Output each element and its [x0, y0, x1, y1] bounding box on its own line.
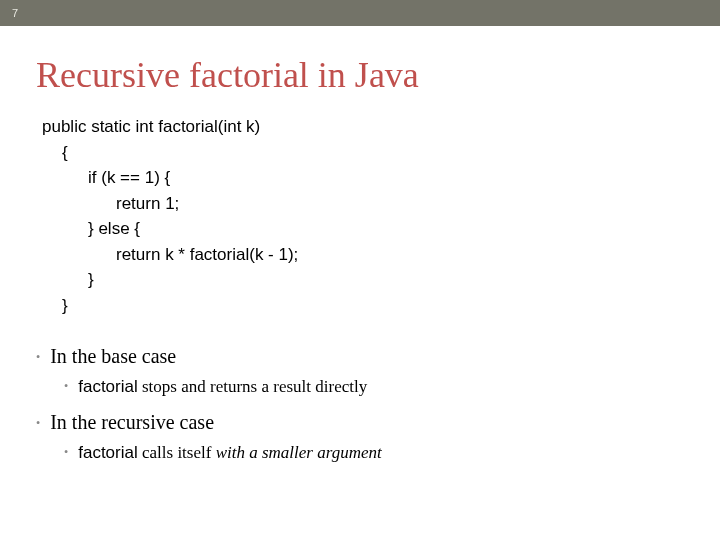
- code-line: return k * factorial(k - 1);: [116, 242, 684, 268]
- bullet-level-2: • factorial stops and returns a result d…: [64, 375, 684, 400]
- code-line: } else {: [88, 216, 684, 242]
- code-line: return 1;: [116, 191, 684, 217]
- bullet-level-1: • In the base case: [36, 342, 684, 371]
- slide: 7 Recursive factorial in Java public sta…: [0, 0, 720, 540]
- code-block: public static int factorial(int k) { if …: [42, 114, 684, 318]
- bullet-text: factorial stops and returns a result dir…: [78, 375, 367, 400]
- bullet-dot-icon: •: [36, 349, 40, 366]
- bullet-level-1: • In the recursive case: [36, 408, 684, 437]
- bullet-dot-icon: •: [36, 415, 40, 432]
- page-number: 7: [12, 7, 18, 19]
- code-line: {: [62, 140, 684, 166]
- bullet-dot-icon: •: [64, 444, 68, 461]
- keyword: factorial: [78, 443, 138, 462]
- slide-title: Recursive factorial in Java: [36, 54, 684, 96]
- content-area: Recursive factorial in Java public stati…: [0, 26, 720, 465]
- bullet-text: factorial calls itself with a smaller ar…: [78, 441, 382, 466]
- bullet-list: • In the base case • factorial stops and…: [36, 342, 684, 465]
- topbar: 7: [0, 0, 720, 26]
- bullet-dot-icon: •: [64, 378, 68, 395]
- code-line: }: [62, 293, 684, 319]
- code-line: if (k == 1) {: [88, 165, 684, 191]
- bullet-level-2: • factorial calls itself with a smaller …: [64, 441, 684, 466]
- bullet-text: In the recursive case: [50, 408, 214, 437]
- text: calls itself: [138, 443, 216, 462]
- keyword: factorial: [78, 377, 138, 396]
- text: stops and returns a result directly: [138, 377, 367, 396]
- code-line: public static int factorial(int k): [42, 114, 684, 140]
- code-line: }: [88, 267, 684, 293]
- italic-text: with a smaller argument: [216, 443, 382, 462]
- bullet-text: In the base case: [50, 342, 176, 371]
